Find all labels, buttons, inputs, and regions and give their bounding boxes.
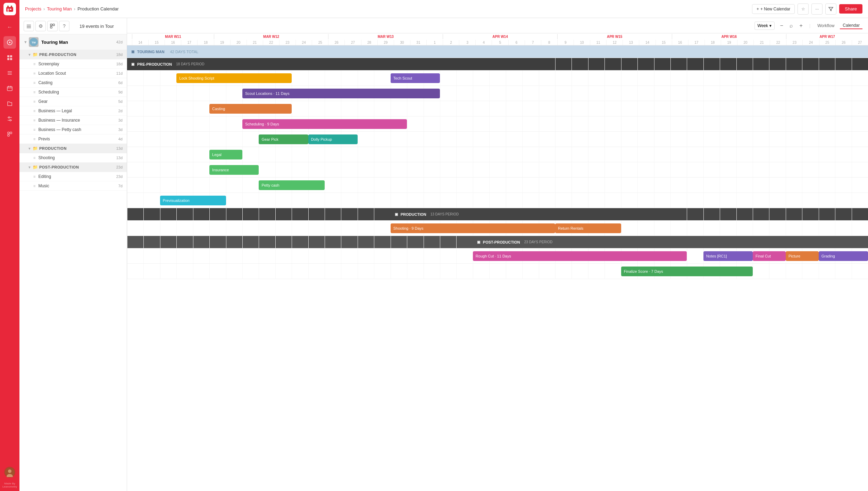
task-days-previs: 4d xyxy=(118,137,123,141)
group-production[interactable]: ▼ 📁 PRODUCTION 13d xyxy=(19,144,127,153)
gantt-bar[interactable]: Insurance xyxy=(209,165,259,175)
gantt-header-bar[interactable]: ▣POST-PRODUCTION23 DAYS PERIOD xyxy=(473,236,868,248)
task-location-scout[interactable]: ≡ Location Scout 11d xyxy=(19,69,127,78)
gantt-bar[interactable]: Lock Shooting Script xyxy=(176,73,292,83)
gantt-bar[interactable]: Scout Locations · 11 Days xyxy=(242,89,440,98)
group-pre-production[interactable]: ▼ 📁 PRE-PRODUCTION 18d xyxy=(19,50,127,59)
gantt-row: Gear PickDolly Pickup xyxy=(127,132,868,147)
new-calendar-button[interactable]: + + New Calendar xyxy=(752,4,795,14)
settings-button[interactable]: ⚙ xyxy=(35,21,46,31)
breadcrumb-current: Production Calendar xyxy=(77,6,119,11)
svg-rect-34 xyxy=(50,26,52,28)
calendar-panel: Week ▾ − ⌕ + | Workflow Calendar xyxy=(127,18,868,491)
cal-grid[interactable]: MAR W11 MAR W12 MAR W13 APR W14 APR W15 … xyxy=(127,33,868,491)
day-label: 23 xyxy=(786,40,802,45)
task-business-insurance[interactable]: ≡ Business — Insurance 3d xyxy=(19,116,127,125)
user-avatar[interactable] xyxy=(4,467,15,478)
svg-text:TM: TM xyxy=(32,41,36,44)
gantt-header-bar[interactable]: ▣TOURING MAN42 DAYS TOTAL xyxy=(127,46,868,58)
gantt-bar[interactable]: Petty cash xyxy=(259,180,325,190)
day-label: 13 xyxy=(623,40,639,45)
gantt-bar[interactable]: Legal xyxy=(209,150,242,159)
project-days: 42d xyxy=(116,40,123,44)
task-previs[interactable]: ≡ Previs 4d xyxy=(19,134,127,144)
gantt-bar[interactable]: Tech Scout xyxy=(391,73,440,83)
nav-calendar[interactable] xyxy=(3,82,16,95)
task-scheduling[interactable]: ≡ Scheduling 9d xyxy=(19,88,127,97)
gantt-bar[interactable]: Notes [RC1] xyxy=(703,251,753,261)
task-shooting[interactable]: ≡ Shooting 13d xyxy=(19,153,127,163)
day-label: 21 xyxy=(247,40,263,45)
gantt-bar[interactable]: Previsualization xyxy=(160,196,226,205)
day-label: 29 xyxy=(377,40,394,45)
app-logo[interactable] xyxy=(3,3,16,15)
share-button[interactable]: Share xyxy=(839,4,862,14)
task-editing[interactable]: ≡ Editing 23d xyxy=(19,172,127,181)
grid-button[interactable] xyxy=(47,21,58,31)
nav-grid[interactable] xyxy=(3,51,16,64)
gantt-bar[interactable]: Finalize Score · 7 Days xyxy=(621,267,753,276)
task-casting[interactable]: ≡ Casting 6d xyxy=(19,78,127,88)
gantt-bar[interactable]: Dolly Pickup xyxy=(308,134,358,144)
svg-point-7 xyxy=(9,42,10,43)
help-button[interactable]: ? xyxy=(59,21,69,31)
breadcrumb-project[interactable]: Touring Man xyxy=(47,6,72,11)
bar-label: Scout Locations · 11 Days xyxy=(245,91,290,96)
project-collapse[interactable]: ▼ xyxy=(24,40,27,44)
star-button[interactable]: ☆ xyxy=(798,3,809,15)
group-pre-days: 18d xyxy=(116,52,123,57)
day-label: 6 xyxy=(508,40,525,45)
gantt-bar[interactable]: Scheduling · 9 Days xyxy=(242,119,407,129)
filter-button[interactable] xyxy=(825,3,836,15)
nav-tasks[interactable] xyxy=(3,67,16,79)
task-name-location: Location Scout xyxy=(38,71,116,76)
tab-calendar[interactable]: Calendar xyxy=(840,22,862,29)
zoom-search-button[interactable]: ⌕ xyxy=(787,23,795,29)
project-row[interactable]: ▼ TM Touring Man 42d xyxy=(19,34,127,50)
gantt-bar[interactable]: Return Rentals xyxy=(555,223,621,233)
zoom-out-button[interactable]: − xyxy=(777,23,786,29)
nav-back[interactable]: ← xyxy=(3,21,16,33)
day-label: 2 xyxy=(443,40,459,45)
gantt-bar[interactable]: Grading xyxy=(819,251,868,261)
task-gear[interactable]: ≡ Gear 5d xyxy=(19,97,127,106)
task-icon-previs: ≡ xyxy=(33,137,35,141)
day-label: 17 xyxy=(688,40,704,45)
nav-files[interactable] xyxy=(3,97,16,110)
gantt-bar[interactable]: Gear Pick xyxy=(259,134,308,144)
gantt-bar[interactable]: Picture xyxy=(786,251,819,261)
gantt-bar[interactable]: Final Cut xyxy=(753,251,786,261)
gantt-bar[interactable]: Casting xyxy=(209,104,292,114)
day-label: 16 xyxy=(672,40,688,45)
group-post-production[interactable]: ▼ 📁 POST-PRODUCTION 23d xyxy=(19,163,127,172)
gantt-row: Petty cash xyxy=(127,178,868,193)
list-view-button[interactable] xyxy=(24,21,34,31)
group-collapse-post: ▼ xyxy=(28,165,31,169)
task-business-legal[interactable]: ≡ Business — Legal 2d xyxy=(19,106,127,116)
task-music[interactable]: ≡ Music 7d xyxy=(19,181,127,191)
nav-projects[interactable] xyxy=(3,36,16,49)
row-label-spacer xyxy=(127,34,132,39)
task-screenplay[interactable]: ≡ Screenplay 18d xyxy=(19,59,127,69)
tab-workflow[interactable]: Workflow xyxy=(815,23,837,29)
gantt-bar[interactable]: Shooting · 9 Days xyxy=(391,223,555,233)
day-label: 9 xyxy=(557,40,574,45)
week-selector[interactable]: Week ▾ xyxy=(754,22,775,30)
nav-adjust[interactable] xyxy=(3,113,16,125)
gantt-header-bar[interactable]: ▣PRE-PRODUCTION18 DAYS PERIOD xyxy=(127,58,555,70)
gantt-row: Casting xyxy=(127,101,868,116)
day-label: 17 xyxy=(181,40,197,45)
task-business-petty[interactable]: ≡ Business — Petty cash 3d xyxy=(19,125,127,134)
day-label: 21 xyxy=(753,40,770,45)
zoom-in-button[interactable]: + xyxy=(797,23,805,29)
project-name: Touring Man xyxy=(41,40,116,45)
more-button[interactable]: ··· xyxy=(811,3,823,15)
day-label: 26 xyxy=(328,40,344,45)
gantt-header-bar[interactable]: ▣PRODUCTION13 DAYS PERIOD xyxy=(391,208,687,220)
cal-grid-wrapper[interactable]: MAR W11 MAR W12 MAR W13 APR W14 APR W15 … xyxy=(127,33,868,491)
nav-more2[interactable] xyxy=(3,128,16,140)
day-label: 19 xyxy=(214,40,230,45)
left-scroll-area[interactable]: ▼ TM Touring Man 42d ▼ 📁 PRE-PRODUCTION … xyxy=(19,34,127,491)
breadcrumb-projects[interactable]: Projects xyxy=(25,6,41,11)
gantt-bar[interactable]: Rough Cut · 11 Days xyxy=(473,251,687,261)
